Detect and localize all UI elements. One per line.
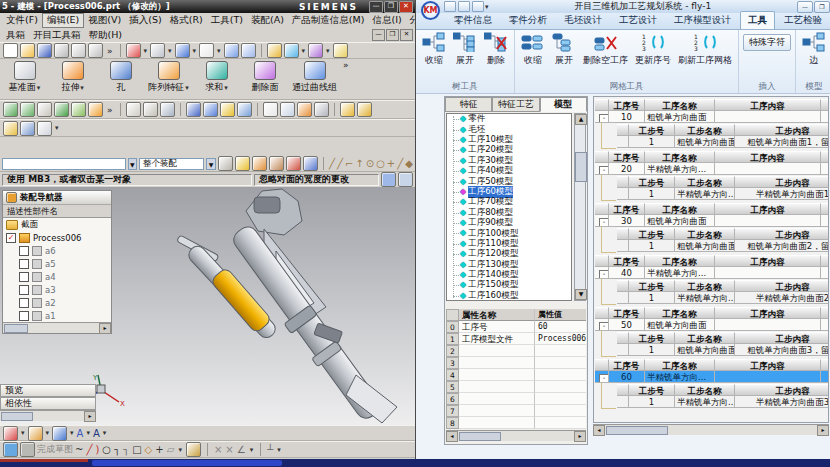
close-icon[interactable]: ✕ bbox=[399, 1, 413, 13]
quick-trim-icon[interactable]: × bbox=[214, 443, 222, 456]
scroll-left-icon[interactable]: ◂ bbox=[446, 431, 458, 442]
dropdown-caret-icon[interactable]: ▾ bbox=[185, 84, 189, 92]
minimize-icon[interactable]: — bbox=[369, 1, 383, 13]
notebook-icon[interactable] bbox=[3, 102, 18, 117]
restore-icon[interactable]: ❐ bbox=[384, 1, 398, 13]
menu-item[interactable]: 产品制造信息(M) bbox=[288, 14, 369, 27]
tag-icon[interactable] bbox=[37, 102, 52, 117]
process-device-header[interactable]: 设 bbox=[821, 307, 829, 319]
arrow-icon[interactable]: ↑ bbox=[355, 157, 363, 170]
offset-curve-icon[interactable]: ▱ bbox=[167, 443, 175, 456]
step-row[interactable]: 1半精铣单方向...半精铣单方向曲面2 bbox=[617, 292, 828, 304]
extrude-button[interactable]: 拉伸▾ bbox=[50, 60, 96, 95]
render-style-icon[interactable] bbox=[267, 43, 282, 58]
property-row[interactable]: 6 bbox=[446, 393, 586, 405]
name-column-header[interactable]: 属性名称 bbox=[459, 309, 535, 321]
tree-delete-button[interactable]: 删除 bbox=[482, 31, 510, 68]
snap-point-icon[interactable] bbox=[235, 156, 250, 171]
dropdown-caret-icon[interactable]: ▾ bbox=[217, 47, 221, 55]
selection-scope-combo[interactable]: 整个装配 bbox=[139, 158, 204, 170]
tangent-icon[interactable]: ╱ bbox=[397, 157, 403, 170]
scroll-thumb[interactable] bbox=[606, 426, 668, 435]
property-row[interactable]: 2 bbox=[446, 345, 586, 357]
mdi-close-icon[interactable]: ✕ bbox=[400, 29, 413, 41]
grid-expand-button[interactable]: 展开 bbox=[550, 31, 578, 68]
step-content-header[interactable]: 工步内容 bbox=[735, 228, 829, 240]
quick-extend-icon[interactable]: × bbox=[225, 443, 233, 456]
through-curves-button[interactable]: 通过曲线组 bbox=[290, 60, 339, 95]
cubes2-icon[interactable] bbox=[357, 102, 372, 117]
selection-filter-dropdown-icon[interactable]: ▼ bbox=[128, 158, 137, 170]
unite-button[interactable]: 求和▾ bbox=[194, 60, 240, 95]
hatch-icon[interactable] bbox=[237, 102, 252, 117]
menu-item[interactable]: 工具(T) bbox=[207, 14, 247, 27]
cylinder-icon[interactable] bbox=[186, 102, 201, 117]
tree-expand-button[interactable]: 展开 bbox=[451, 31, 479, 68]
process-device-header[interactable]: 设 bbox=[821, 255, 829, 267]
process-name-header[interactable]: 工序名称 bbox=[645, 99, 715, 111]
step-content-header[interactable]: 工步内容 bbox=[735, 280, 829, 292]
3d-part-model[interactable] bbox=[150, 183, 416, 427]
property-row[interactable]: 3 bbox=[446, 357, 586, 369]
grid-collapse-button[interactable]: 收缩 bbox=[519, 31, 547, 68]
menu-item[interactable]: 文件(F) bbox=[2, 14, 42, 27]
navigator-hscrollbar[interactable]: ▸ bbox=[3, 322, 111, 333]
nx-titlebar[interactable]: 5 - 建模 - [Process006.prt （修改的）] SIEMENS … bbox=[0, 0, 415, 13]
dropdown-caret-icon[interactable]: ▾ bbox=[37, 84, 41, 92]
special-character-button[interactable]: 特殊字符 bbox=[743, 34, 791, 51]
value-column-header[interactable]: 属性值 bbox=[535, 309, 586, 321]
paste-icon[interactable] bbox=[88, 43, 103, 58]
show-hide-icon[interactable] bbox=[284, 43, 299, 58]
process-name-header[interactable]: 工序名称 bbox=[645, 307, 715, 319]
property-row[interactable]: 0工序号60 bbox=[446, 321, 586, 333]
end-point-icon[interactable]: ╱ bbox=[329, 157, 335, 170]
tree-row[interactable]: a1 bbox=[3, 309, 111, 322]
dropdown-caret-icon[interactable]: ▾ bbox=[224, 84, 228, 92]
dropdown-caret-icon[interactable]: ▾ bbox=[80, 84, 84, 92]
step-row[interactable]: 1半精铣单方向...半精铣单方向曲面3 bbox=[617, 396, 828, 408]
checkbox-unchecked[interactable] bbox=[19, 311, 29, 321]
finish-flag-icon[interactable] bbox=[20, 442, 35, 457]
checkbox-unchecked[interactable] bbox=[19, 285, 29, 295]
step-name-header[interactable]: 工步名称 bbox=[675, 280, 735, 292]
checkbox-checked[interactable]: ✓ bbox=[6, 233, 16, 243]
step-content-header[interactable]: 工步内容 bbox=[735, 384, 829, 396]
arc-icon[interactable]: ) bbox=[95, 443, 99, 456]
list-icon[interactable] bbox=[160, 102, 175, 117]
panel-tab-特征工艺[interactable]: 特征工艺 bbox=[492, 97, 539, 112]
process-row[interactable]: -60半精铣单方向... bbox=[595, 371, 828, 383]
scroll-thumb[interactable] bbox=[4, 324, 28, 333]
dropdown-caret-icon[interactable]: ▾ bbox=[326, 47, 330, 55]
cubes-icon[interactable] bbox=[340, 102, 355, 117]
circle-icon[interactable]: ○ bbox=[102, 443, 111, 456]
menu-item[interactable]: 编辑(E) bbox=[42, 13, 84, 28]
tree-collapse-button[interactable]: 收缩 bbox=[420, 31, 448, 68]
quick-access-caret-icon[interactable]: ▾ bbox=[485, 3, 489, 11]
checkbox-unchecked[interactable] bbox=[19, 272, 29, 282]
process-name-header[interactable]: 工序名称 bbox=[645, 203, 715, 215]
step-content-header[interactable]: 工步内容 bbox=[735, 176, 829, 188]
wireframe-view-icon[interactable] bbox=[199, 43, 214, 58]
process-device-header[interactable]: 设 bbox=[821, 151, 829, 163]
step-name-header[interactable]: 工步名称 bbox=[675, 124, 735, 136]
dropdown-caret-icon[interactable]: ▾ bbox=[277, 446, 281, 454]
dropdown-caret-icon[interactable]: ▾ bbox=[193, 47, 197, 55]
menu-item[interactable]: 开目工具箱 bbox=[29, 29, 85, 42]
process-row[interactable]: -30粗铣单方向曲面 bbox=[595, 215, 828, 227]
process-device-header[interactable]: 设 bbox=[821, 359, 829, 371]
dropdown-caret-icon[interactable]: ▾ bbox=[86, 429, 90, 437]
selection-scope-dropdown-icon[interactable]: ▼ bbox=[206, 158, 215, 170]
tab-毛坯设计[interactable]: 毛坯设计 bbox=[556, 11, 610, 29]
tree-item[interactable]: ◆零件 bbox=[447, 114, 571, 124]
assembly-navigator-header[interactable]: 装配导航器 bbox=[3, 191, 111, 205]
circle-point-icon[interactable]: ○ bbox=[376, 157, 385, 170]
scroll-right-icon[interactable]: ▸ bbox=[99, 323, 111, 334]
taskbar[interactable] bbox=[0, 459, 830, 467]
point-set-icon[interactable] bbox=[297, 102, 312, 117]
fillet-icon[interactable]: ┐ bbox=[114, 443, 120, 456]
tree-item[interactable]: ◆工序160模型 bbox=[447, 291, 571, 301]
preview-panel-bar[interactable]: 预览 bbox=[0, 384, 96, 397]
erase-icon[interactable] bbox=[126, 102, 141, 117]
step-row[interactable]: 1半精铣单方向...半精铣单方向曲面1 bbox=[617, 188, 828, 200]
cut-scissors-icon[interactable] bbox=[54, 43, 69, 58]
